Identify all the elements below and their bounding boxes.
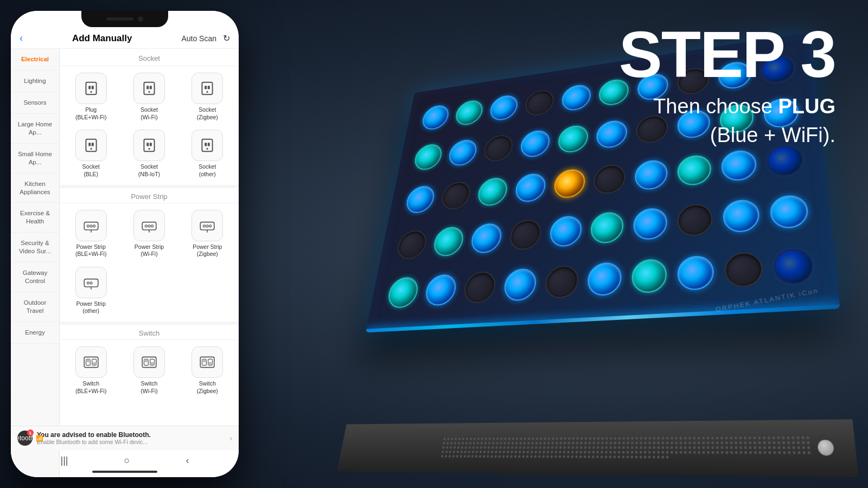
sidebar-item-small-home[interactable]: Small Home Ap...: [11, 144, 59, 174]
nav-menu-icon[interactable]: |||: [61, 455, 68, 466]
refresh-icon[interactable]: ↻: [223, 33, 230, 43]
sidebar-item-kitchen[interactable]: Kitchen Appliances: [11, 174, 59, 203]
perforation-dot: [675, 441, 678, 444]
sidebar-item-sensors[interactable]: Sensors: [11, 92, 59, 114]
device-socket-zigbee[interactable]: Socket(Zigbee): [178, 68, 237, 125]
battery-icon: 75%: [217, 20, 228, 26]
powerstrip-svg: [141, 217, 158, 234]
sidebar-item-outdoor[interactable]: Outdoor Travel: [11, 292, 59, 322]
sidebar-item-exercise[interactable]: Exercise & Health: [11, 203, 59, 233]
svg-point-31: [148, 224, 150, 227]
step-number: STEP 3: [619, 22, 835, 87]
perforation-dot: [744, 441, 746, 444]
led-cup: [678, 203, 713, 237]
led-cell: [590, 156, 629, 203]
perforation-dot: [640, 437, 642, 440]
perforation-dot: [610, 442, 612, 445]
bottom-notification[interactable]: Bluetooth; 📶 1 You are advised to enable…: [11, 426, 239, 450]
power-strip-section-header: Power Strip: [60, 185, 239, 203]
device-socket-other[interactable]: Socket(other): [178, 125, 237, 182]
socket-device-grid: Plug(BLE+Wi-Fi) Soc: [60, 66, 239, 185]
device-powerstrip-zigbee[interactable]: Power Strip(Zigbee): [178, 206, 237, 262]
socket-nbiot-icon: [133, 130, 165, 161]
device-switch-zigbee[interactable]: Switch(Zigbee): [178, 342, 237, 399]
led-cell: [584, 253, 626, 305]
perforation-dot: [589, 437, 591, 440]
perforation-dot: [684, 437, 687, 440]
perforation-dot: [707, 441, 710, 444]
autoscan-button[interactable]: Auto Scan: [181, 34, 216, 43]
svg-rect-57: [208, 362, 213, 365]
device-socket-nbiot[interactable]: Socket(NB-IoT): [120, 125, 178, 182]
sidebar-item-lighting[interactable]: Lighting: [11, 70, 59, 92]
led-cell: [587, 203, 627, 252]
led-cup: [462, 271, 497, 304]
sidebar-item-gateway[interactable]: Gateway Control: [11, 262, 59, 292]
device-powerstrip-other[interactable]: Power Strip(other): [62, 262, 120, 319]
powerstrip-wifi-label: Power Strip(Wi-Fi): [135, 243, 164, 258]
perforation-dot: [666, 437, 669, 440]
perforation-dot: [653, 441, 655, 444]
perforation-dot: [592, 442, 595, 445]
led-cup: [553, 168, 585, 200]
perforation-dot: [807, 441, 810, 444]
led-cell: [540, 256, 582, 307]
led-cell: [473, 169, 512, 214]
perforation-dot: [782, 441, 785, 444]
back-button[interactable]: ‹: [20, 33, 23, 44]
perforation-dot: [535, 438, 538, 440]
socket-ble-label: Socket(BLE): [82, 163, 100, 178]
perforation-dot: [720, 441, 723, 444]
device-powerstrip-wifi[interactable]: Power Strip(Wi-Fi): [120, 206, 178, 262]
socket-other-label: Socket(other): [199, 163, 216, 178]
switch-svg: [82, 354, 100, 371]
device-switch-wifi[interactable]: Switch(Wi-Fi): [120, 342, 178, 399]
led-cup: [590, 211, 624, 244]
svg-rect-21: [205, 143, 207, 146]
perforation-dot: [492, 446, 494, 449]
perforation-dot: [458, 438, 461, 440]
perforation-dot: [605, 437, 608, 440]
led-cell: [410, 137, 447, 178]
perforation-dot: [495, 446, 498, 449]
bluetooth-icon: Bluetooth; 📶 1: [17, 431, 33, 446]
perforation-dot: [768, 441, 770, 444]
step-line1: Then choose: [653, 95, 773, 118]
nav-back-icon[interactable]: ‹: [186, 455, 189, 466]
perforation-dot: [635, 441, 638, 444]
sidebar-item-energy[interactable]: Energy: [11, 322, 59, 344]
led-cup: [514, 172, 547, 203]
device-socket-ble[interactable]: Socket(BLE): [62, 125, 120, 182]
powerstrip-other-label: Power Strip(other): [76, 300, 106, 315]
svg-rect-48: [142, 357, 156, 368]
perforation-dot: [540, 438, 542, 440]
perforation-dot: [446, 446, 449, 449]
nav-home-icon[interactable]: ○: [124, 455, 130, 466]
perforation-dot: [455, 438, 457, 440]
device-plug-ble-wifi[interactable]: Plug(BLE+Wi-Fi): [62, 68, 120, 125]
perforation-dot: [477, 442, 480, 445]
led-cell: [486, 87, 522, 128]
perforation-dot: [556, 438, 558, 440]
perforation-dot: [593, 437, 596, 440]
perforation-dot: [702, 441, 705, 444]
perforation-dot: [580, 442, 583, 445]
perforation-dot: [644, 437, 647, 440]
device-powerstrip-ble-wifi[interactable]: Power Strip(BLE+Wi-Fi): [62, 206, 120, 262]
led-cell: [466, 215, 507, 262]
sidebar-item-electrical[interactable]: Electrical: [11, 49, 59, 70]
svg-rect-46: [86, 359, 90, 363]
device-socket-wifi[interactable]: Socket(Wi-Fi): [120, 68, 178, 125]
led-cell: [417, 98, 454, 137]
device-switch-ble-wifi[interactable]: Switch(BLE+Wi-Fi): [62, 342, 120, 399]
sidebar-item-security[interactable]: Security & Video Sur...: [11, 233, 59, 262]
perforation-dot: [631, 437, 634, 440]
sidebar-item-large-home[interactable]: Large Home Ap...: [11, 114, 59, 144]
notification-subtitle: Enable Bluetooth to add some Wi-Fi devic…: [37, 439, 225, 445]
led-cell: [392, 222, 432, 267]
perforation-dot: [754, 441, 756, 444]
perforation-dot: [782, 436, 784, 439]
perforation-dot: [584, 442, 587, 445]
perforation-dot: [792, 441, 795, 444]
perforation-dot: [801, 436, 805, 439]
